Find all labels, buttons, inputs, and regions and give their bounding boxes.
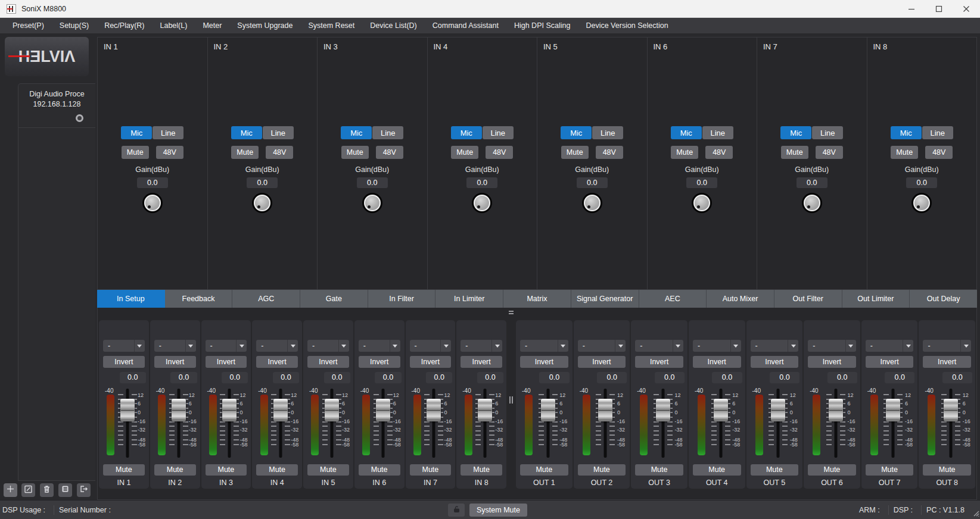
mute-button[interactable]: Mute [461,464,502,476]
line-button[interactable]: Line [592,126,623,139]
mute-button[interactable]: Mute [103,464,145,476]
invert-button[interactable]: Invert [256,356,298,368]
splitter-handle[interactable] [506,320,516,499]
fader-handle[interactable] [886,399,900,421]
delete-device-button[interactable] [40,483,54,497]
level-value-field[interactable]: 0.0 [324,372,350,383]
tab[interactable]: In Filter [368,290,436,308]
minimize-button[interactable] [898,0,925,17]
mute-button[interactable]: Mute [410,464,452,476]
menu-item-1[interactable]: Setup(S) [52,18,97,33]
edit-device-button[interactable] [21,483,35,497]
line-button[interactable]: Line [153,126,183,139]
device-list-button[interactable] [58,483,72,497]
maximize-button[interactable] [925,0,953,17]
level-value-field[interactable]: 0.0 [273,372,299,383]
gain-value-field[interactable]: 0.0 [577,177,608,188]
fader-handle[interactable] [478,399,492,421]
gain-value-field[interactable]: 0.0 [797,177,827,188]
fader-handle[interactable] [325,399,339,421]
fader[interactable] [169,387,188,459]
phantom-48v-button[interactable]: 48V [925,146,953,159]
tab[interactable]: AGC [232,290,300,308]
fader-handle[interactable] [541,399,555,421]
menu-item-5[interactable]: System Upgrade [229,18,300,33]
mute-button[interactable]: Mute [206,464,247,476]
fader[interactable] [118,387,137,459]
mic-button[interactable]: Mic [341,126,372,139]
mic-button[interactable]: Mic [891,126,922,139]
gain-value-field[interactable]: 0.0 [906,177,937,188]
phantom-48v-button[interactable]: 48V [486,146,513,159]
gain-value-field[interactable]: 0.0 [466,177,497,188]
tab[interactable]: In Limiter [435,290,503,308]
mic-button[interactable]: Mic [451,126,482,139]
phantom-48v-button[interactable]: 48V [816,146,843,159]
invert-button[interactable]: Invert [307,356,349,368]
fader-handle[interactable] [376,399,390,421]
line-button[interactable]: Line [702,126,733,139]
mute-button[interactable]: Mute [578,464,626,476]
group-select[interactable]: - [866,340,914,352]
mute-button[interactable]: Mute [891,146,918,159]
mute-button[interactable]: Mute [635,464,683,476]
level-value-field[interactable]: 0.0 [477,372,503,383]
group-select[interactable]: - [461,340,502,352]
mic-button[interactable]: Mic [671,126,702,139]
group-select[interactable]: - [206,340,247,352]
invert-button[interactable]: Invert [635,356,683,368]
level-value-field[interactable]: 0.0 [170,372,197,383]
menu-item-7[interactable]: Device List(D) [362,18,425,33]
group-select[interactable]: - [751,340,799,352]
level-value-field[interactable]: 0.0 [712,372,742,383]
invert-button[interactable]: Invert [693,356,741,368]
mic-button[interactable]: Mic [780,126,811,139]
fader-handle[interactable] [427,399,441,421]
invert-button[interactable]: Invert [103,356,145,368]
menu-item-8[interactable]: Command Assistant [425,18,506,33]
fader[interactable] [825,387,847,459]
group-select[interactable]: - [154,340,196,352]
line-button[interactable]: Line [372,126,403,139]
fader-handle[interactable] [714,399,728,421]
tab[interactable]: Out Filter [774,290,842,308]
tab[interactable]: In Setup [97,290,165,308]
menu-item-0[interactable]: Preset(P) [5,18,52,33]
invert-button[interactable]: Invert [866,356,914,368]
gain-knob[interactable] [142,193,163,213]
fader-handle[interactable] [944,399,958,421]
fader[interactable] [475,387,494,459]
level-value-field[interactable]: 0.0 [942,372,972,383]
mute-button[interactable]: Mute [359,464,400,476]
level-value-field[interactable]: 0.0 [375,372,401,383]
fader-handle[interactable] [829,399,843,421]
gain-value-field[interactable]: 0.0 [137,177,168,188]
gain-knob[interactable] [911,193,932,213]
fader[interactable] [220,387,239,459]
fader[interactable] [271,387,290,459]
fader-handle[interactable] [598,399,612,421]
fader[interactable] [322,387,341,459]
level-value-field[interactable]: 0.0 [770,372,799,383]
group-select[interactable]: - [359,340,400,352]
gain-knob[interactable] [362,193,382,213]
mute-button[interactable]: Mute [307,464,349,476]
tab[interactable]: Matrix [503,290,571,308]
mute-button[interactable]: Mute [808,464,856,476]
fader[interactable] [537,387,559,459]
phantom-48v-button[interactable]: 48V [705,146,733,159]
level-value-field[interactable]: 0.0 [426,372,452,383]
group-select[interactable]: - [256,340,298,352]
gain-knob[interactable] [472,193,492,213]
invert-button[interactable]: Invert [461,356,502,368]
level-value-field[interactable]: 0.0 [827,372,857,383]
phantom-48v-button[interactable]: 48V [156,146,183,159]
fader-handle[interactable] [222,399,237,421]
resize-grip[interactable] [972,509,979,518]
mute-button[interactable]: Mute [520,464,568,476]
tab[interactable]: Signal Generator [571,290,639,308]
gain-value-field[interactable]: 0.0 [357,177,388,188]
level-value-field[interactable]: 0.0 [655,372,685,383]
export-button[interactable] [77,483,91,497]
level-value-field[interactable]: 0.0 [120,372,146,383]
